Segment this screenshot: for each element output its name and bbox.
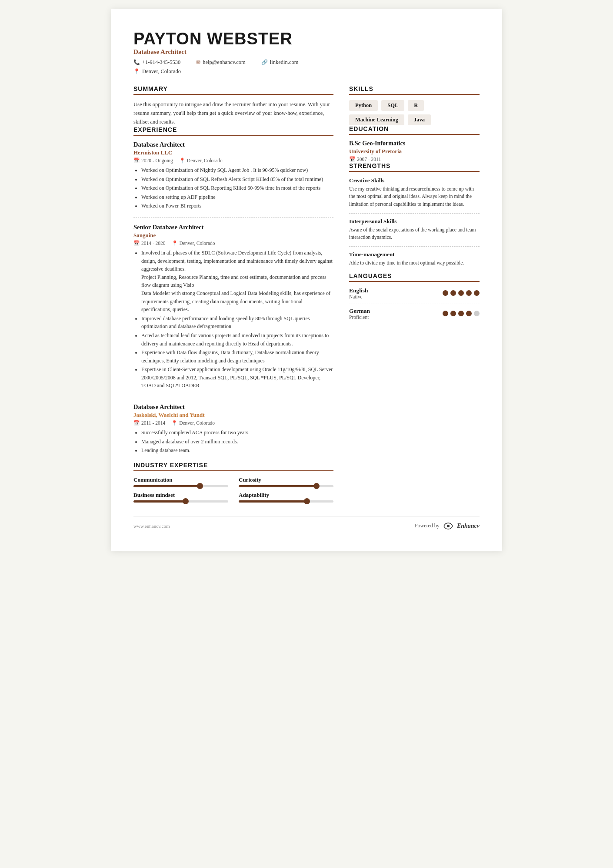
footer: www.enhancv.com Powered by Enhancv [133,516,480,530]
job-3-meta: 📅 2011 - 2014 📍 Denver, Colorado [133,420,333,426]
dot [458,290,464,296]
calendar-icon: 📅 [133,158,140,164]
job-3-title: Database Architect [133,403,333,411]
strength-divider-1 [349,213,480,214]
link-icon: 🔗 [261,59,268,66]
email-contact: ✉ help@enhancv.com [196,59,246,66]
enhancv-logo-icon [442,522,454,530]
communication-dot [197,483,203,489]
job-1-period: 📅 2020 - Ongoing [133,158,173,164]
industry-grid: Communication Curiosity [133,476,333,503]
bullet: Experience with Data flow diagrams, Data… [141,349,333,365]
language-english: English Native [349,287,480,299]
job-3-bullets: Successfully completed ACA process for t… [133,429,333,455]
bullet: Successfully completed ACA process for t… [141,429,333,437]
brand-name: Enhancv [457,523,480,530]
right-column: SKILLS Python SQL R Machine Learning Jav… [349,85,480,503]
german-dots [443,311,480,316]
education-section: EDUCATION B.Sc Geo-Informatics Universit… [349,125,480,162]
bullet: Improved database performance and loadin… [141,315,333,331]
skill-sql: SQL [381,100,404,111]
curiosity-bar [239,485,333,487]
strength-time: Time-management Able to divide my time i… [349,251,480,267]
skills-section: SKILLS Python SQL R Machine Learning Jav… [349,85,480,125]
languages-section: LANGUAGES English Native [349,272,480,320]
lang-divider [349,304,480,304]
communication-fill [133,485,200,487]
job-1-location: 📍 Denver, Colorado [179,158,223,164]
job-1-company: Hermiston LLC [133,149,333,156]
bullet: Expertise in Client-Server application d… [141,365,333,390]
industry-expertise-title: INDUSTRY EXPERTISE [133,462,333,471]
job-3: Database Architect Jaskolski, Waelchi an… [133,403,333,455]
header-section: PAYTON WEBSTER Database Architect 📞 +1-9… [133,30,480,75]
strength-creative-name: Creative Skills [349,177,480,184]
calendar-icon-2: 📅 [133,240,140,246]
skill-machine-learning: Machine Learning [349,114,404,125]
english-level: Native [349,294,368,299]
location-icon-4: 📍 [171,420,177,426]
strength-interpersonal: Interpersonal Skills Aware of the social… [349,218,480,241]
footer-website: www.enhancv.com [133,523,170,529]
business-bar [133,500,228,503]
bullet: Involved in all phases of the SDLC (Soft… [141,249,333,314]
left-column: SUMMARY Use this opportunity to intrigue… [133,85,333,503]
contact-row: 📞 +1-914-345-5530 ✉ help@enhancv.com 🔗 l… [133,59,480,66]
two-column-layout: SUMMARY Use this opportunity to intrigue… [133,85,480,503]
summary-section: SUMMARY Use this opportunity to intrigue… [133,85,333,126]
job-3-period: 📅 2011 - 2014 [133,420,165,426]
german-name: German [349,308,370,315]
dot [466,290,472,296]
strength-creative: Creative Skills Use my creative thinking… [349,177,480,208]
language-german: German Proficient [349,308,480,320]
adaptability-fill [239,500,307,503]
industry-business: Business mindset [133,492,228,503]
resume-page: PAYTON WEBSTER Database Architect 📞 +1-9… [111,9,502,551]
edu-degree: B.Sc Geo-Informatics [349,140,480,147]
communication-bar [133,485,228,487]
strengths-title: STRENGTHS [349,162,480,172]
job-2-company: Sanguine [133,232,333,239]
dot [450,290,456,296]
job-2-meta: 📅 2014 - 2020 📍 Denver, Colorado [133,240,333,246]
experience-title: EXPERIENCE [133,126,333,136]
phone-contact: 📞 +1-914-345-5530 [133,59,180,66]
industry-adaptability-label: Adaptability [239,492,333,499]
industry-communication: Communication [133,476,228,487]
dot [458,311,464,316]
strength-interpersonal-desc: Aware of the social expectations of the … [349,226,480,241]
exp-divider-2 [133,397,333,397]
job-1-meta: 📅 2020 - Ongoing 📍 Denver, Colorado [133,158,333,164]
education-title: EDUCATION [349,125,480,135]
adaptability-bar [239,500,333,503]
linkedin-contact: 🔗 linkedin.com [261,59,299,66]
location-value: Denver, Colorado [142,68,181,75]
job-2-title: Senior Database Architect [133,224,333,231]
dot [450,311,456,316]
industry-communication-label: Communication [133,476,228,483]
industry-curiosity-label: Curiosity [239,476,333,483]
edu-period: 📅 2007 - 2011 [349,156,480,162]
skill-java: Java [408,114,431,125]
bullet: Managed a database of over 2 million rec… [141,438,333,446]
skill-r: R [408,100,424,111]
curiosity-dot [313,483,320,489]
dot [443,290,448,296]
bullet: Leading database team. [141,446,333,455]
job-1: Database Architect Hermiston LLC 📅 2020 … [133,141,333,210]
dot [466,311,472,316]
location-icon-3: 📍 [172,240,178,246]
dot [474,311,480,316]
footer-brand: Powered by Enhancv [415,522,480,530]
phone-icon: 📞 [133,59,140,66]
languages-title: LANGUAGES [349,272,480,282]
bullet: Worked on Optimization of SQL Reporting … [141,184,333,192]
location-row: 📍 Denver, Colorado [133,68,480,75]
svg-point-0 [447,525,450,527]
strength-creative-desc: Use my creative thinking and resourceful… [349,185,480,208]
location-contact: 📍 Denver, Colorado [133,68,181,75]
industry-adaptability: Adaptability [239,492,333,503]
job-1-title: Database Architect [133,141,333,148]
job-2-location: 📍 Denver, Colorado [172,240,215,246]
job-2: Senior Database Architect Sanguine 📅 201… [133,224,333,390]
